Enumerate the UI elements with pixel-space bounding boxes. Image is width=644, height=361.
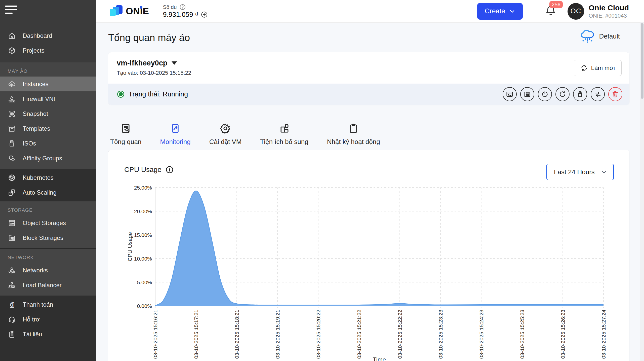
sidebar-item-label: Block Storages (23, 234, 63, 241)
notifications-button[interactable]: 256 (545, 5, 556, 18)
svg-text:03-10-2025 15:25:23: 03-10-2025 15:25:23 (519, 310, 525, 359)
balance-block: Số dư 9.931.059 ₫ (163, 4, 207, 19)
create-button-label: Create (485, 7, 505, 15)
top-bar: ONIE Số dư 9.931.059 ₫ Create 256 OC Oni… (96, 0, 644, 23)
svg-text:20.00%: 20.00% (134, 208, 152, 214)
sidebar-item-load-balancer[interactable]: Load Balancer (0, 278, 96, 293)
logo-text: ONIE (126, 6, 149, 17)
restart-button[interactable] (555, 87, 570, 101)
scrollbar-thumb[interactable] (641, 23, 643, 99)
sidebar-item-label: Instances (23, 81, 49, 88)
sidebar-item-label: Dashboard (23, 32, 52, 39)
document-search-icon (120, 123, 131, 135)
sidebar-item-label: Affinity Groups (23, 155, 62, 162)
swap-button[interactable] (591, 87, 605, 101)
tab-label: Monitoring (160, 138, 190, 146)
sidebar-item-projects[interactable]: Projects (0, 43, 96, 58)
svg-text:CPU Usage: CPU Usage (127, 232, 133, 261)
sidebar-item-thanh-toan[interactable]: đ Thanh toán (0, 297, 96, 312)
tab-label: Tiện ích bổ sung (260, 138, 308, 146)
sidebar-item-networks[interactable]: Networks (0, 263, 96, 278)
sidebar-item-ho-tro[interactable]: Hỗ trợ (0, 312, 96, 327)
svg-text:03-10-2025 15:18:21: 03-10-2025 15:18:21 (234, 310, 240, 359)
add-funds-icon[interactable] (201, 11, 208, 18)
vm-name-dropdown[interactable]: vm-lfkheey0cp (117, 59, 629, 67)
sidebar-item-block-storages[interactable]: Block Storages (0, 230, 96, 245)
sidebar-section-network: NETWORK (0, 249, 96, 263)
main-content: Tổng quan máy ảo Default vm-lfkheey0cp T… (96, 23, 644, 361)
sidebar-item-label: Snapshot (23, 110, 48, 117)
svg-text:0.00%: 0.00% (137, 303, 152, 309)
sidebar-item-label: Thanh toán (23, 301, 53, 308)
home-icon (8, 31, 16, 40)
account-id: ONIE: #001043 (589, 13, 629, 19)
firewall-icon (8, 95, 16, 103)
tab-cai-dat-vm[interactable]: Cài đặt VM (207, 119, 244, 152)
svg-text:03-10-2025 15:17:21: 03-10-2025 15:17:21 (193, 310, 199, 359)
svg-text:03-10-2025 15:24:23: 03-10-2025 15:24:23 (478, 310, 484, 359)
help-circle-icon[interactable] (180, 4, 186, 10)
attach-iso-button[interactable] (573, 87, 587, 101)
cloud-plus-icon (8, 80, 16, 88)
tab-tien-ich-bo-sung[interactable]: Tiện ích bổ sung (258, 119, 310, 152)
refresh-icon (581, 64, 588, 71)
sidebar-item-label: ISOs (23, 140, 36, 147)
svg-text:03-10-2025 15:20:22: 03-10-2025 15:20:22 (315, 310, 321, 359)
sidebar-item-dashboard[interactable]: Dashboard (0, 28, 96, 43)
svg-text:03-10-2025 15:26:23: 03-10-2025 15:26:23 (560, 310, 566, 359)
kubernetes-helm-icon (8, 173, 16, 182)
account-block[interactable]: Onie Cloud ONIE: #001043 (589, 4, 629, 19)
clipboard-icon (8, 330, 16, 339)
tab-tong-quan[interactable]: Tổng quan (108, 119, 143, 152)
sidebar-item-instances[interactable]: Instances (0, 77, 96, 91)
tab-nhat-ky-hoat-dong[interactable]: Nhật ký hoạt động (325, 119, 382, 152)
usb-drive-icon (8, 139, 16, 148)
sidebar-item-isos[interactable]: ISOs (0, 136, 96, 151)
logo[interactable]: ONIE (109, 5, 149, 18)
delete-button[interactable] (608, 87, 622, 101)
tab-label: Cài đặt VM (209, 138, 242, 146)
sidebar-item-label: Hỗ trợ (23, 316, 40, 323)
power-button[interactable] (538, 87, 552, 101)
sidebar-section-may-ao: MÁY ẢO (0, 62, 96, 77)
balance-value: 9.931.059 ₫ (163, 11, 198, 19)
tab-label: Tổng quan (110, 138, 141, 146)
refresh-button[interactable]: Làm mới (574, 60, 622, 76)
sidebar-item-affinity-groups[interactable]: Affinity Groups (0, 151, 96, 166)
terminal-icon (506, 90, 513, 98)
hamburger-menu-icon[interactable] (5, 6, 19, 17)
sidebar-item-templates[interactable]: Templates (0, 121, 96, 136)
restart-icon (559, 90, 566, 98)
sidebar-item-label: Firewall VNF (23, 95, 57, 102)
avatar[interactable]: OC (568, 3, 584, 20)
notification-badge: 256 (549, 1, 563, 8)
sidebar-section-storage: STORAGE (0, 201, 96, 215)
console-button[interactable] (503, 87, 517, 101)
caret-down-icon (172, 61, 177, 65)
tab-monitoring[interactable]: Monitoring (158, 119, 192, 152)
sidebar-item-auto-scaling[interactable]: Auto Scaling (0, 185, 96, 200)
zone-selector[interactable]: Default (580, 30, 620, 43)
svg-text:25.00%: 25.00% (134, 185, 152, 191)
info-icon[interactable] (166, 166, 174, 174)
page-scrollbar[interactable] (640, 22, 644, 361)
sidebar-item-tai-lieu[interactable]: Tài liệu (0, 327, 96, 342)
headset-icon (8, 315, 16, 324)
create-button[interactable]: Create (477, 3, 523, 20)
sidebar-item-firewall-vnf[interactable]: Firewall VNF (0, 91, 96, 106)
onie-logo-icon (109, 5, 124, 18)
time-range-select[interactable]: Last 24 Hours (546, 164, 614, 180)
balance-label: Số dư (163, 4, 177, 10)
snapshot-folder-button[interactable] (520, 87, 534, 101)
vm-status-text: Trạng thái: Running (129, 90, 188, 98)
load-balancer-icon (8, 281, 16, 290)
sidebar-item-label: Load Balancer (23, 282, 62, 289)
auto-scaling-icon (8, 188, 16, 197)
sidebar-item-snapshot[interactable]: Snapshot (0, 106, 96, 121)
svg-text:5.00%: 5.00% (137, 279, 152, 285)
snapshot-icon (8, 110, 16, 118)
chevron-down-icon (601, 169, 607, 175)
sidebar-item-kubernetes[interactable]: Kubernetes (0, 170, 96, 185)
sidebar-item-object-storages[interactable]: Object Storages (0, 215, 96, 230)
vm-summary-card: vm-lfkheey0cp Tạo vào: 03-10-2025 15:15:… (108, 52, 629, 105)
